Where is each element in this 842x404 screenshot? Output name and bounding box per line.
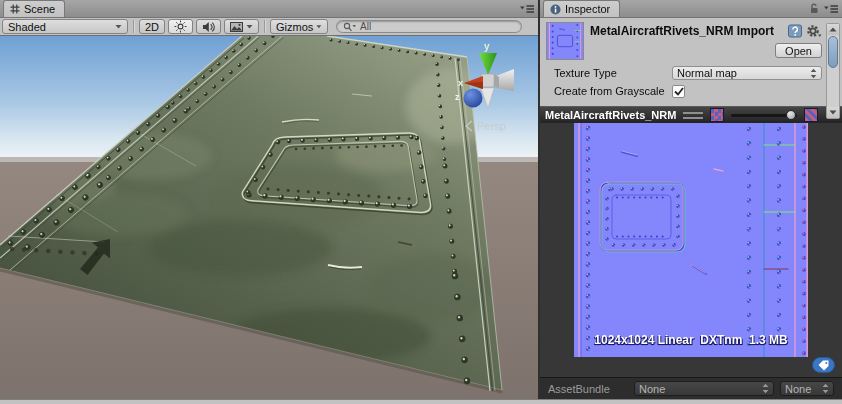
shading-mode-dropdown[interactable]: Shaded: [2, 19, 128, 34]
import-settings-header: MetalAircraftRivets_NRM Import Open: [540, 18, 842, 62]
toggle-2d-label: 2D: [145, 21, 159, 33]
scene-audio-toggle[interactable]: [196, 19, 221, 34]
assetbundle-bar: AssetBundle None None: [540, 377, 842, 399]
asset-title: MetalAircraftRivets_NRM Import: [590, 24, 784, 38]
grid-icon: [10, 4, 20, 14]
import-settings-rows: Texture Type Normal map Create from Gray…: [540, 62, 842, 106]
scene-panel: Scene Shaded 2D: [0, 0, 540, 399]
axis-z-label: z: [455, 92, 460, 102]
toggle-2d-button[interactable]: 2D: [139, 19, 165, 34]
updown-arrows-icon: [762, 383, 769, 394]
asset-label-button[interactable]: [812, 357, 835, 373]
mip-level-slider[interactable]: [731, 114, 797, 117]
help-icon[interactable]: [788, 24, 802, 38]
editor-panels: Scene Shaded 2D: [0, 0, 842, 399]
mip-slider-handle[interactable]: [786, 110, 796, 120]
axis-x-label: x: [458, 78, 463, 88]
open-button[interactable]: Open: [775, 43, 822, 58]
texture-preview-area[interactable]: 1024x1024 Linear DXTnm 1.3 MB: [540, 123, 842, 377]
dropdown-caret-icon: [246, 24, 253, 29]
dropdown-caret-icon: [115, 24, 122, 29]
scrollbar-down-button[interactable]: [827, 107, 839, 118]
rgb-channels-icon[interactable]: [710, 108, 724, 122]
grayscale-label: Create from Grayscale: [554, 85, 672, 97]
lock-icon[interactable]: [809, 3, 819, 15]
grayscale-checkbox[interactable]: [672, 85, 685, 98]
tab-scene[interactable]: Scene: [3, 0, 65, 17]
unity-editor-window: Scene Shaded 2D: [0, 0, 842, 404]
updown-arrows-icon: [810, 68, 817, 79]
toolbar-separator: [133, 20, 134, 33]
tab-scene-label: Scene: [24, 3, 55, 15]
texture-thumbnail[interactable]: [546, 22, 584, 60]
preview-header[interactable]: MetalAircraftRivets_NRM: [540, 106, 842, 123]
arrow-up-icon: [829, 27, 837, 32]
scene-tabbar: Scene: [0, 0, 538, 18]
updown-arrows-icon: [822, 383, 829, 394]
inspector-panel-menu-icon[interactable]: [824, 5, 838, 14]
projection-label[interactable]: Persp: [477, 120, 506, 132]
sun-icon: [174, 20, 187, 33]
assetbundle-dropdown[interactable]: None: [634, 381, 774, 396]
scene-search-value: All: [360, 21, 371, 32]
scrollbar-track[interactable]: [827, 35, 839, 107]
gear-icon[interactable]: [806, 24, 822, 38]
tab-inspector-label: Inspector: [565, 3, 610, 15]
arrow-down-icon: [829, 110, 837, 115]
scene-panel-menu-icon[interactable]: [520, 5, 534, 14]
axis-z-cone[interactable]: [464, 89, 483, 108]
gizmos-label: Gizmos: [276, 21, 313, 33]
grayscale-row: Create from Grayscale: [554, 82, 822, 100]
image-icon: [230, 22, 243, 32]
inspector-scrollbar[interactable]: [826, 23, 840, 119]
assetbundle-label: AssetBundle: [548, 383, 634, 395]
inspector-tabbar: Inspector: [540, 0, 842, 18]
info-icon: [550, 4, 561, 15]
texture-type-dropdown[interactable]: Normal map: [672, 66, 822, 80]
window-bottom-edge: [0, 399, 842, 404]
texture-type-row: Texture Type Normal map: [554, 64, 822, 82]
axis-y-label: y: [484, 41, 490, 52]
toolbar-separator: [264, 20, 265, 33]
scene-viewport[interactable]: y x z Persp: [0, 36, 538, 399]
tab-inspector[interactable]: Inspector: [543, 0, 620, 17]
scrollbar-up-button[interactable]: [827, 24, 839, 35]
dropdown-caret-icon: [316, 24, 322, 29]
scene-effects-dropdown[interactable]: [224, 19, 259, 34]
preview-title: MetalAircraftRivets_NRM: [545, 109, 676, 121]
shading-mode-value: Shaded: [8, 21, 46, 33]
normal-map-preview: [574, 123, 808, 357]
scene-toolbar: Shaded 2D: [0, 18, 538, 36]
inspector-panel: Inspector: [540, 0, 842, 399]
preview-resize-grip[interactable]: [683, 112, 703, 119]
search-icon: [343, 22, 357, 32]
gizmos-dropdown[interactable]: Gizmos: [270, 19, 328, 34]
scene-lighting-toggle[interactable]: [168, 19, 193, 34]
texture-info-text: 1024x1024 Linear DXTnm 1.3 MB: [574, 333, 808, 347]
tag-icon: [817, 360, 830, 371]
check-icon: [674, 87, 684, 96]
scrollbar-thumb[interactable]: [828, 36, 838, 68]
texture-type-label: Texture Type: [554, 67, 672, 79]
scene-search-field[interactable]: All: [336, 20, 522, 33]
scene-3d-render: y x z Persp: [0, 36, 538, 399]
inspector-body: MetalAircraftRivets_NRM Import Open: [540, 18, 842, 399]
alpha-checker-icon[interactable]: [804, 108, 818, 122]
texture-type-value: Normal map: [677, 67, 737, 79]
assetbundle-variant-dropdown[interactable]: None: [780, 381, 834, 396]
speaker-icon: [202, 21, 215, 33]
